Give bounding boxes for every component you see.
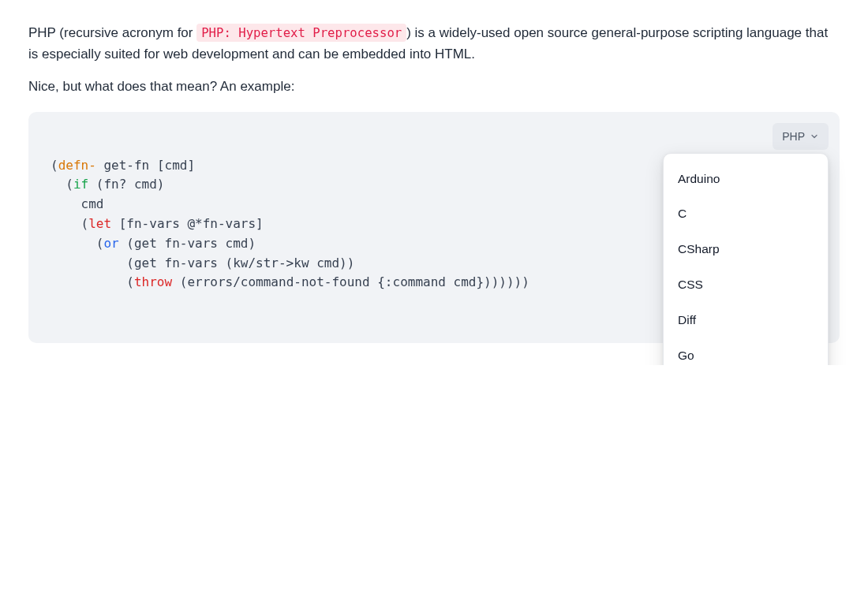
- language-selector-button[interactable]: PHP: [773, 123, 829, 150]
- language-option-css[interactable]: CSS: [664, 267, 828, 303]
- intro-text-before: PHP (recursive acronym for: [28, 25, 196, 40]
- intro-paragraph-2: Nice, but what does that mean? An exampl…: [28, 76, 840, 97]
- language-option-arduino[interactable]: Arduino: [664, 162, 828, 197]
- language-selector-label: PHP: [782, 128, 805, 145]
- language-option-c[interactable]: C: [664, 196, 828, 232]
- language-dropdown-menu: ArduinoCCSharpCSSDiffGoJavaJavaScriptJSO…: [663, 153, 829, 366]
- language-option-diff[interactable]: Diff: [664, 303, 828, 338]
- inline-code-php-acronym: PHP: Hypertext Preprocessor: [196, 24, 406, 42]
- language-option-csharp[interactable]: CSharp: [664, 232, 828, 267]
- chevron-down-icon: [810, 132, 819, 141]
- language-option-go[interactable]: Go: [664, 338, 828, 366]
- code-example-block: (defn- get-fn [cmd] (if (fn? cmd) cmd (l…: [28, 112, 840, 344]
- intro-paragraph-1: PHP (recursive acronym for PHP: Hypertex…: [28, 22, 840, 65]
